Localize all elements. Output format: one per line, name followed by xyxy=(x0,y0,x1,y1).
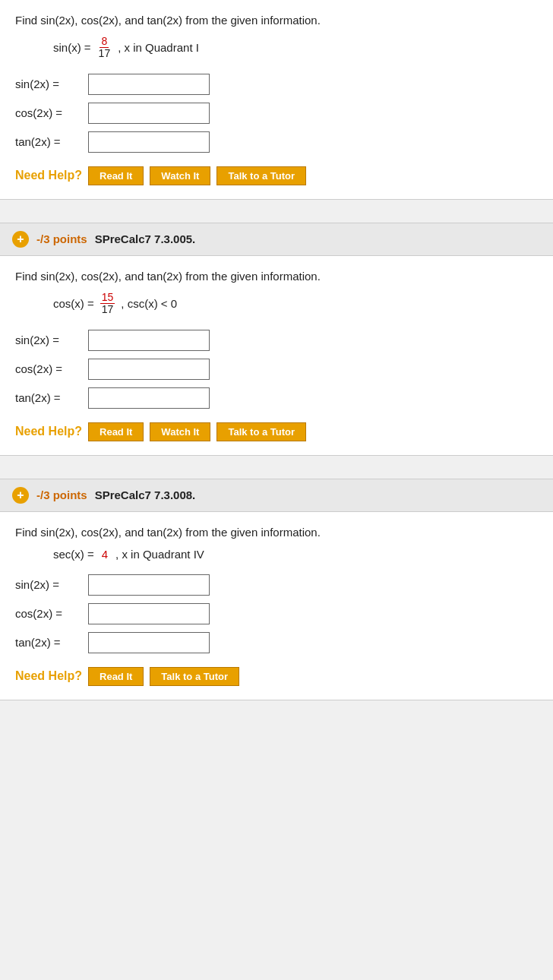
given-suffix-2: , csc(x) < 0 xyxy=(121,297,177,310)
answer-label-cos-3: cos(2x) = xyxy=(15,607,84,620)
given-value-3: 4 xyxy=(102,548,108,561)
answer-row-tan-2: tan(2x) = xyxy=(15,387,538,409)
answer-input-cos-2[interactable] xyxy=(88,359,210,380)
need-help-label-3: Need Help? xyxy=(15,669,82,683)
problem-1-body: Find sin(2x), cos(2x), and tan(2x) from … xyxy=(0,0,553,200)
given-prefix-2: cos(x) = xyxy=(53,297,94,310)
answer-input-cos-3[interactable] xyxy=(88,603,210,624)
problem-2-body: Find sin(2x), cos(2x), and tan(2x) from … xyxy=(0,256,553,456)
answer-row-tan-3: tan(2x) = xyxy=(15,632,538,653)
need-help-1: Need Help? Read It Watch It Talk to a Tu… xyxy=(15,166,538,185)
given-prefix-3: sec(x) = xyxy=(53,548,94,561)
problem-1-given: sin(x) = 8 17 , x in Quadrant I xyxy=(53,36,538,60)
answer-label-sin-3: sin(2x) = xyxy=(15,578,84,591)
answer-input-sin-1[interactable] xyxy=(88,74,210,95)
answer-label-tan-2: tan(2x) = xyxy=(15,391,84,404)
answer-label-tan-3: tan(2x) = xyxy=(15,636,84,649)
given-fraction-1: 8 17 xyxy=(97,36,112,60)
fraction-den-1: 17 xyxy=(97,48,112,59)
answer-label-sin-1: sin(2x) = xyxy=(15,77,84,90)
answer-input-cos-1[interactable] xyxy=(88,103,210,124)
problem-3-instruction: Find sin(2x), cos(2x), and tan(2x) from … xyxy=(15,526,538,539)
answer-input-tan-2[interactable] xyxy=(88,387,210,409)
points-text-2: -/3 points xyxy=(36,232,87,245)
problem-2-instruction: Find sin(2x), cos(2x), and tan(2x) from … xyxy=(15,270,538,283)
problem-2-given: cos(x) = 15 17 , csc(x) < 0 xyxy=(53,292,538,316)
answer-row-sin-1: sin(2x) = xyxy=(15,74,538,95)
answer-row-sin-3: sin(2x) = xyxy=(15,574,538,596)
plus-icon-2: + xyxy=(12,231,29,248)
read-it-button-2[interactable]: Read It xyxy=(88,422,144,441)
gap-1 xyxy=(0,200,553,223)
fraction-num-1: 8 xyxy=(100,36,109,48)
problem-3-header: + -/3 points SPreCalc7 7.3.008. xyxy=(0,479,553,512)
answer-input-tan-1[interactable] xyxy=(88,131,210,153)
gap-2 xyxy=(0,456,553,479)
given-suffix-1: , x in Quadrant I xyxy=(118,41,199,54)
answer-row-cos-2: cos(2x) = xyxy=(15,359,538,380)
read-it-button-3[interactable]: Read It xyxy=(88,667,144,686)
answer-label-tan-1: tan(2x) = xyxy=(15,135,84,148)
answer-row-sin-2: sin(2x) = xyxy=(15,330,538,351)
given-suffix-3: , x in Quadrant IV xyxy=(115,548,204,561)
talk-to-tutor-button-3[interactable]: Talk to a Tutor xyxy=(150,667,239,686)
points-text-3: -/3 points xyxy=(36,488,87,501)
given-prefix-1: sin(x) = xyxy=(53,41,91,54)
talk-to-tutor-button-1[interactable]: Talk to a Tutor xyxy=(216,166,306,185)
answer-input-tan-3[interactable] xyxy=(88,632,210,653)
answer-input-sin-2[interactable] xyxy=(88,330,210,351)
fraction-den-2: 17 xyxy=(100,304,115,315)
answer-label-cos-2: cos(2x) = xyxy=(15,362,84,375)
problem-1-instruction: Find sin(2x), cos(2x), and tan(2x) from … xyxy=(15,14,538,27)
given-fraction-2: 15 17 xyxy=(100,292,115,316)
answer-label-sin-2: sin(2x) = xyxy=(15,334,84,346)
problem-2-header: + -/3 points SPreCalc7 7.3.005. xyxy=(0,223,553,256)
need-help-label-1: Need Help? xyxy=(15,169,82,182)
plus-icon-3: + xyxy=(12,487,29,504)
problem-3-body: Find sin(2x), cos(2x), and tan(2x) from … xyxy=(0,512,553,700)
need-help-2: Need Help? Read It Watch It Talk to a Tu… xyxy=(15,422,538,441)
answer-input-sin-3[interactable] xyxy=(88,574,210,596)
problem-3-given: sec(x) = 4 , x in Quadrant IV xyxy=(53,548,538,561)
talk-to-tutor-button-2[interactable]: Talk to a Tutor xyxy=(216,422,306,441)
watch-it-button-2[interactable]: Watch It xyxy=(150,422,210,441)
problem-id-3: SPreCalc7 7.3.008. xyxy=(95,488,196,501)
watch-it-button-1[interactable]: Watch It xyxy=(150,166,210,185)
problem-id-2: SPreCalc7 7.3.005. xyxy=(95,232,196,245)
answer-row-cos-1: cos(2x) = xyxy=(15,103,538,124)
answer-row-tan-1: tan(2x) = xyxy=(15,131,538,153)
read-it-button-1[interactable]: Read It xyxy=(88,166,144,185)
answer-row-cos-3: cos(2x) = xyxy=(15,603,538,624)
fraction-num-2: 15 xyxy=(100,292,115,304)
need-help-3: Need Help? Read It Talk to a Tutor xyxy=(15,667,538,686)
need-help-label-2: Need Help? xyxy=(15,425,82,438)
answer-label-cos-1: cos(2x) = xyxy=(15,106,84,119)
